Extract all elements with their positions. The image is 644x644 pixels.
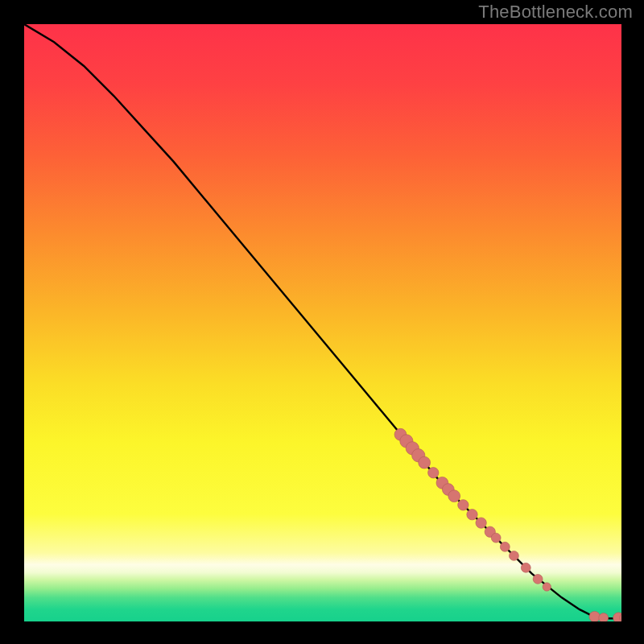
chart-background xyxy=(24,24,621,621)
chart-marker xyxy=(419,456,431,469)
chart-marker xyxy=(428,468,439,478)
chart-marker xyxy=(533,574,543,584)
watermark-text: TheBottleneck.com xyxy=(478,2,633,23)
chart-marker xyxy=(467,510,477,520)
chart-marker xyxy=(448,490,460,502)
chart-marker xyxy=(458,500,469,510)
chart-marker xyxy=(521,563,530,572)
chart-marker xyxy=(476,518,486,528)
chart-marker xyxy=(599,613,609,621)
chart-marker xyxy=(500,542,510,551)
plot-area xyxy=(24,24,621,621)
chart-svg xyxy=(24,24,621,621)
chart-marker xyxy=(543,583,551,591)
chart-marker xyxy=(589,611,600,621)
chart-marker xyxy=(491,533,501,543)
chart-marker xyxy=(510,551,519,560)
chart-root: TheBottleneck.com xyxy=(0,0,644,644)
